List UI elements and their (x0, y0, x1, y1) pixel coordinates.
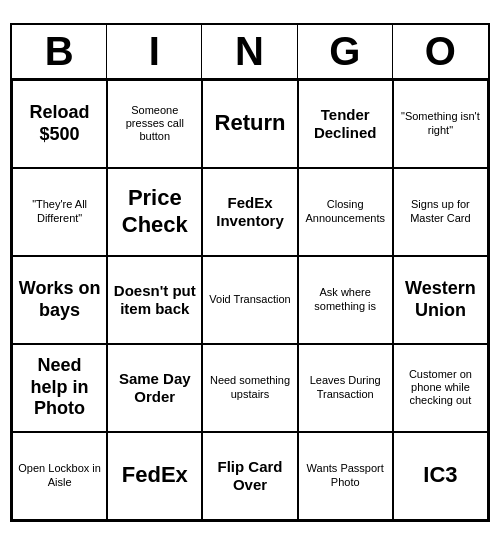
bingo-cell-17: Need something upstairs (202, 344, 297, 432)
bingo-cell-9: Signs up for Master Card (393, 168, 488, 256)
bingo-cell-12: Void Transaction (202, 256, 297, 344)
bingo-cell-10: Works on bays (12, 256, 107, 344)
bingo-cell-18: Leaves During Transaction (298, 344, 393, 432)
bingo-card: BINGO Reload $500Someone presses call bu… (10, 23, 490, 522)
bingo-cell-20: Open Lockbox in Aisle (12, 432, 107, 520)
bingo-letter-b: B (12, 25, 107, 78)
bingo-cell-14: Western Union (393, 256, 488, 344)
bingo-cell-21: FedEx (107, 432, 202, 520)
bingo-cell-8: Closing Announcements (298, 168, 393, 256)
bingo-cell-23: Wants Passport Photo (298, 432, 393, 520)
bingo-header: BINGO (12, 25, 488, 80)
bingo-cell-7: FedEx Inventory (202, 168, 297, 256)
bingo-cell-19: Customer on phone while checking out (393, 344, 488, 432)
bingo-cell-15: Need help in Photo (12, 344, 107, 432)
bingo-letter-n: N (202, 25, 297, 78)
bingo-cell-0: Reload $500 (12, 80, 107, 168)
bingo-letter-i: I (107, 25, 202, 78)
bingo-cell-22: Flip Card Over (202, 432, 297, 520)
bingo-cell-11: Doesn't put item back (107, 256, 202, 344)
bingo-cell-16: Same Day Order (107, 344, 202, 432)
bingo-cell-3: Tender Declined (298, 80, 393, 168)
bingo-cell-2: Return (202, 80, 297, 168)
bingo-cell-24: IC3 (393, 432, 488, 520)
bingo-cell-1: Someone presses call button (107, 80, 202, 168)
bingo-letter-g: G (298, 25, 393, 78)
bingo-cell-13: Ask where something is (298, 256, 393, 344)
bingo-grid: Reload $500Someone presses call buttonRe… (12, 80, 488, 520)
bingo-letter-o: O (393, 25, 488, 78)
bingo-cell-5: "They're All Different" (12, 168, 107, 256)
bingo-cell-6: Price Check (107, 168, 202, 256)
bingo-cell-4: "Something isn't right" (393, 80, 488, 168)
